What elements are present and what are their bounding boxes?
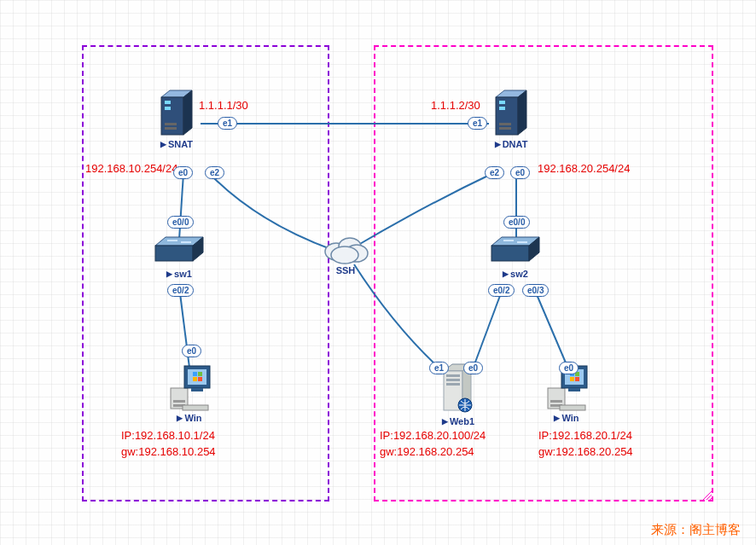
svg-rect-39 <box>193 372 197 376</box>
svg-rect-59 <box>570 377 574 381</box>
win-left-label: Win <box>184 413 201 423</box>
port-sw2-e00: e0/0 <box>503 216 530 229</box>
port-sw1-e00: e0/0 <box>167 216 194 229</box>
pc-win-left[interactable]: ▶Win <box>166 362 213 423</box>
svg-rect-18 <box>499 123 511 125</box>
winr-ip: IP:192.168.20.1/24 <box>538 429 632 442</box>
svg-rect-9 <box>165 101 171 104</box>
web1-label: Web1 <box>450 416 474 426</box>
cloud-ssh[interactable]: SSH <box>321 235 370 275</box>
port-web1-e1: e1 <box>429 362 449 374</box>
port-sw1-e02: e0/2 <box>167 284 194 297</box>
port-sw2-e03: e0/3 <box>522 284 549 297</box>
svg-rect-42 <box>198 377 202 381</box>
svg-rect-21 <box>155 246 193 261</box>
port-snat-e0: e0 <box>173 166 193 179</box>
svg-rect-49 <box>446 379 460 381</box>
port-winr-e0: e0 <box>559 362 579 374</box>
sw1-label: sw1 <box>174 269 192 279</box>
snat-e1-ip: 1.1.1.1/30 <box>199 99 248 112</box>
ssh-label: SSH <box>336 265 356 275</box>
svg-rect-11 <box>165 123 177 125</box>
snat-label: SNAT <box>168 139 193 149</box>
web1-gw: gw:192.168.20.254 <box>380 445 474 458</box>
svg-rect-60 <box>575 377 579 381</box>
winl-ip: IP:192.168.10.1/24 <box>121 429 215 442</box>
dnat-e1-ip: 1.1.1.2/30 <box>431 99 480 112</box>
svg-rect-17 <box>499 107 505 110</box>
resize-handle-icon <box>701 490 713 502</box>
svg-marker-15 <box>518 90 526 135</box>
dnat-lan-ip: 192.168.20.254/24 <box>538 162 630 175</box>
svg-rect-41 <box>193 377 197 381</box>
port-dnat-e2: e2 <box>485 166 504 179</box>
svg-rect-62 <box>560 405 585 410</box>
port-dnat-e0: e0 <box>510 166 530 179</box>
winl-gw: gw:192.168.10.254 <box>121 445 216 458</box>
port-dnat-e1: e1 <box>468 117 487 130</box>
server-dnat[interactable]: ▶DNAT <box>491 89 532 149</box>
svg-rect-16 <box>499 101 505 104</box>
port-winl-e0: e0 <box>182 345 201 357</box>
svg-line-65 <box>710 498 712 500</box>
switch-sw2[interactable]: ▶sw2 <box>488 234 543 279</box>
win-right-label: Win <box>561 413 579 423</box>
svg-rect-50 <box>446 383 460 386</box>
svg-rect-35 <box>173 400 185 403</box>
port-sw2-e02: e0/2 <box>488 284 515 297</box>
svg-rect-61 <box>568 388 580 391</box>
svg-rect-43 <box>191 388 203 391</box>
port-web1-e0: e0 <box>463 362 483 374</box>
svg-point-33 <box>331 246 358 264</box>
sw2-label: sw2 <box>510 269 528 279</box>
winr-gw: gw:192.168.20.254 <box>538 445 633 458</box>
port-snat-e1: e1 <box>218 117 237 130</box>
port-snat-e2: e2 <box>205 166 224 179</box>
svg-rect-53 <box>550 400 562 403</box>
server-snat[interactable]: ▶SNAT <box>156 89 197 149</box>
web1-ip: IP:192.168.20.100/24 <box>380 429 486 442</box>
svg-rect-40 <box>198 372 202 376</box>
watermark-text: 来源：阁主博客 <box>651 522 741 538</box>
svg-rect-44 <box>183 405 208 410</box>
svg-rect-19 <box>499 127 511 130</box>
svg-rect-26 <box>491 246 529 261</box>
switch-sw1[interactable]: ▶sw1 <box>152 234 206 279</box>
svg-rect-12 <box>165 127 177 130</box>
svg-rect-48 <box>446 374 460 377</box>
svg-rect-10 <box>165 107 171 110</box>
snat-lan-ip: 192.168.10.254/24 <box>85 162 177 175</box>
dnat-label: DNAT <box>503 139 528 149</box>
svg-marker-8 <box>183 90 192 135</box>
